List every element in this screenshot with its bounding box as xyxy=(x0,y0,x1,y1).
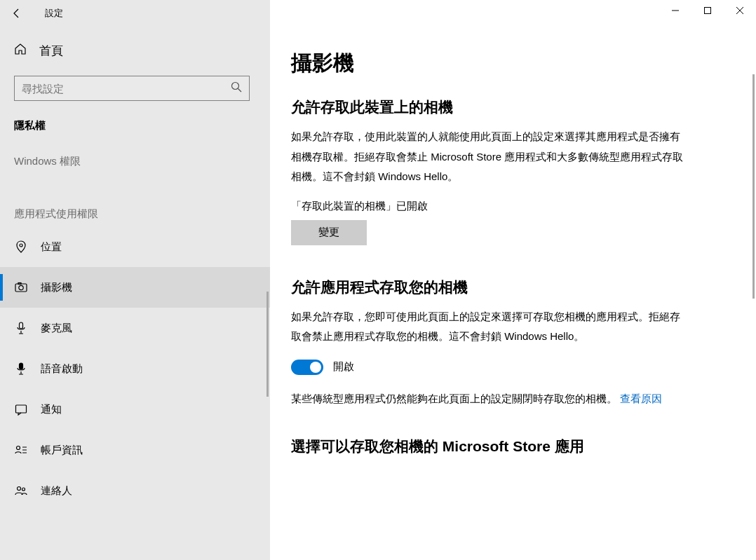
sidebar-item-location[interactable]: 位置 xyxy=(0,226,270,267)
sidebar-item-label: 攝影機 xyxy=(41,281,72,294)
toggle-label: 開啟 xyxy=(333,360,354,374)
svg-point-4 xyxy=(19,285,23,289)
svg-point-11 xyxy=(22,488,25,491)
svg-rect-3 xyxy=(15,284,27,292)
search-field[interactable] xyxy=(22,83,231,95)
allow-apps-toggle[interactable] xyxy=(291,360,323,375)
note-link[interactable]: 查看原因 xyxy=(620,392,662,404)
sidebar-item-label: 連絡人 xyxy=(41,484,72,498)
section1-title: 允許存取此裝置上的相機 xyxy=(291,97,684,117)
search-input[interactable] xyxy=(14,76,250,101)
sidebar-item-label: 帳戶資訊 xyxy=(41,444,83,457)
search-icon xyxy=(231,81,242,95)
notifications-icon xyxy=(14,403,28,416)
microphone-icon xyxy=(14,322,28,334)
sidebar-item-account-info[interactable]: 帳戶資訊 xyxy=(0,430,270,470)
titlebar: 設定 xyxy=(0,0,756,27)
sidebar-item-label: 位置 xyxy=(41,240,62,254)
sidebar-item-voice-activation[interactable]: 語音啟動 xyxy=(0,348,270,389)
sidebar-item-label: 麥克風 xyxy=(41,322,72,335)
voice-activation-icon xyxy=(14,362,28,375)
sidebar-item-camera[interactable]: 攝影機 xyxy=(0,267,270,308)
svg-rect-0 xyxy=(705,8,711,14)
maximize-button[interactable] xyxy=(691,0,724,21)
change-button[interactable]: 變更 xyxy=(291,220,367,245)
window-title: 設定 xyxy=(34,0,63,27)
section1-status: 「存取此裝置的相機」已開啟 xyxy=(291,200,684,213)
content-area: 攝影機 允許存取此裝置上的相機 如果允許存取，使用此裝置的人就能使用此頁面上的設… xyxy=(270,27,756,560)
section2-desc: 如果允許存取，您即可使用此頁面上的設定來選擇可存取您相機的應用程式。拒絕存取會禁… xyxy=(291,307,684,347)
sidebar-category: 隱私權 xyxy=(0,107,270,139)
location-icon xyxy=(14,240,28,253)
sidebar-item-label: 通知 xyxy=(41,403,62,416)
section2-note: 某些傳統型應用程式仍然能夠在此頁面上的設定關閉時存取您的相機。 查看原因 xyxy=(291,389,684,409)
svg-rect-6 xyxy=(20,322,23,329)
sidebar-home-label: 首頁 xyxy=(39,43,63,59)
sidebar-app-permissions-header: 應用程式使用權限 xyxy=(0,174,270,226)
close-button[interactable] xyxy=(724,0,756,21)
svg-point-1 xyxy=(232,83,239,90)
section2-title: 允許應用程式存取您的相機 xyxy=(291,278,684,297)
svg-rect-8 xyxy=(16,405,27,413)
sidebar-item-label: 語音啟動 xyxy=(41,362,83,376)
content-scrollbar[interactable] xyxy=(752,74,755,299)
svg-rect-7 xyxy=(20,363,23,369)
sidebar-item-notifications[interactable]: 通知 xyxy=(0,389,270,430)
back-button[interactable] xyxy=(0,0,34,27)
minimize-button[interactable] xyxy=(659,0,691,21)
sidebar-home[interactable]: 首頁 xyxy=(0,34,270,67)
note-text: 某些傳統型應用程式仍然能夠在此頁面上的設定關閉時存取您的相機。 xyxy=(291,392,620,404)
sidebar: 首頁 隱私權 Windows 權限 應用程式使用權限 位置 攝影機 xyxy=(0,27,270,560)
svg-point-10 xyxy=(18,487,21,491)
svg-point-9 xyxy=(17,446,20,450)
sidebar-item-contacts[interactable]: 連絡人 xyxy=(0,470,270,511)
section1-desc: 如果允許存取，使用此裝置的人就能使用此頁面上的設定來選擇其應用程式是否擁有相機存… xyxy=(291,127,684,187)
contacts-icon xyxy=(14,484,28,497)
section3-title: 選擇可以存取您相機的 Microsoft Store 應用 xyxy=(291,437,684,456)
sidebar-item-microphone[interactable]: 麥克風 xyxy=(0,308,270,348)
camera-icon xyxy=(14,281,28,294)
sidebar-windows-permissions[interactable]: Windows 權限 xyxy=(0,139,270,174)
home-icon xyxy=(14,43,27,59)
account-info-icon xyxy=(14,444,28,456)
page-title: 攝影機 xyxy=(291,49,684,78)
svg-point-2 xyxy=(20,244,22,247)
sidebar-scrollbar[interactable] xyxy=(266,292,269,397)
